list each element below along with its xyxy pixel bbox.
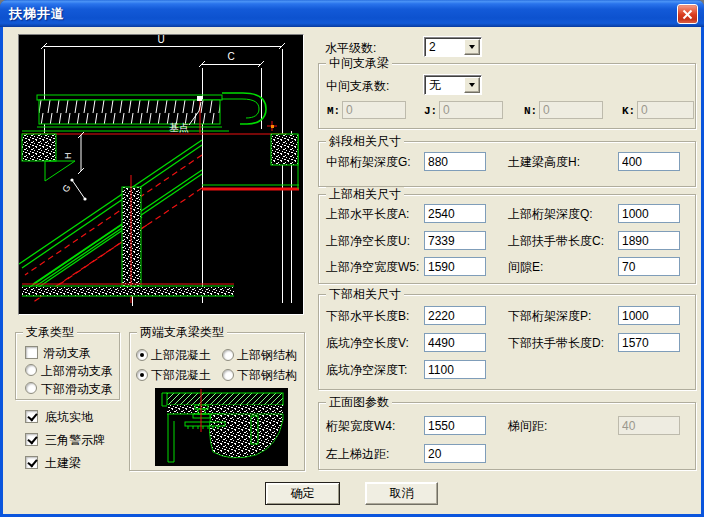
group-front-view-params-title: 正面图参数 [326, 395, 392, 409]
upper-truss-depth-input[interactable] [618, 204, 680, 223]
triangle-warning-checkbox[interactable] [25, 433, 38, 446]
gap-e-label: 间隙E: [508, 260, 543, 275]
pit-clear-length-label: 底坑净空长度V: [326, 336, 409, 351]
upper-horiz-length-label: 上部水平长度A: [326, 207, 409, 222]
cancel-button[interactable]: 取消 [365, 482, 438, 505]
pit-clear-length-input[interactable] [424, 333, 486, 352]
slide-support-checkbox[interactable] [25, 346, 38, 359]
upper-handrail-length-input[interactable] [618, 231, 680, 250]
left-upper-margin-input[interactable] [424, 444, 486, 463]
u-dim-label: U [157, 35, 164, 45]
lower-horiz-length-input[interactable] [424, 306, 486, 325]
upper-truss-depth-label: 上部桁架深度Q: [508, 207, 593, 222]
civil-beam-label: 土建梁 [45, 456, 81, 471]
upper-handrail-length-label: 上部扶手带长度C: [508, 234, 604, 249]
h-dim-label: H [63, 153, 73, 160]
middle-support-count-value: 无 [425, 77, 463, 93]
gap-e-input[interactable] [618, 257, 680, 276]
ok-button[interactable]: 确定 [265, 482, 340, 505]
stair-gap-input[interactable] [618, 416, 680, 435]
upper-clear-width-label: 上部净空宽度W5: [326, 260, 419, 275]
window-title: 扶梯井道 [9, 5, 65, 23]
lower-concrete-label: 下部混凝土 [151, 368, 211, 383]
upper-steel-label: 上部钢结构 [237, 348, 297, 363]
upper-concrete-radio[interactable] [136, 349, 148, 361]
lower-steel-label: 下部钢结构 [237, 368, 297, 383]
lower-slide-support-radio[interactable] [25, 382, 37, 394]
upper-slide-support-radio[interactable] [25, 364, 37, 376]
level-count-label: 水平级数: [325, 41, 376, 56]
lower-slide-support-label: 下部滑动支承 [41, 382, 113, 397]
group-upper-dimensions-title: 上部相关尺寸 [326, 187, 404, 201]
upper-steel-radio[interactable] [222, 349, 234, 361]
escalator-side-view-preview: U C [18, 34, 304, 315]
param-n-label: N: [524, 104, 537, 119]
param-m-label: M: [327, 104, 340, 119]
left-upper-margin-label: 左上梯边距: [326, 447, 389, 462]
beam-section-preview [155, 388, 288, 466]
level-count-value: 2 [425, 39, 463, 55]
civil-beam-checkbox[interactable] [25, 456, 38, 469]
lower-horiz-length-label: 下部水平长度B: [326, 309, 409, 324]
middle-support-dropdown-button[interactable] [464, 77, 480, 93]
pit-solid-label: 底坑实地 [45, 410, 93, 425]
upper-clear-length-label: 上部净空长度U: [326, 234, 410, 249]
mid-truss-depth-input[interactable] [424, 152, 486, 171]
chevron-down-icon [469, 83, 475, 87]
level-count-combo[interactable]: 2 [424, 37, 482, 57]
group-middle-support-beam-title: 中间支承梁 [326, 56, 392, 70]
close-icon [682, 9, 693, 20]
upper-concrete-label: 上部混凝土 [151, 348, 211, 363]
title-bar: 扶梯井道 [0, 0, 704, 27]
lower-steel-radio[interactable] [222, 369, 234, 381]
stair-gap-label: 梯间距: [508, 419, 547, 434]
level-count-dropdown-button[interactable] [464, 39, 480, 55]
lower-handrail-length-label: 下部扶手带长度D: [508, 336, 604, 351]
pit-clear-depth-label: 底坑净空深度T: [326, 363, 407, 378]
slide-support-label: 滑动支承 [43, 346, 91, 361]
param-j-label: J: [424, 104, 437, 119]
civil-beam-height-label: 土建梁高度H: [508, 155, 580, 170]
pit-solid-checkbox[interactable] [25, 410, 38, 423]
group-lower-dimensions-title: 下部相关尺寸 [326, 287, 404, 301]
group-middle-support-beam: 中间支承梁 [318, 63, 696, 129]
base-point-label: 基点 [169, 122, 189, 133]
triangle-warning-label: 三角警示牌 [45, 433, 105, 448]
lower-concrete-radio[interactable] [136, 369, 148, 381]
close-button[interactable] [677, 4, 698, 24]
param-k-input[interactable] [637, 101, 694, 119]
param-j-input[interactable] [439, 101, 503, 119]
escalator-side-view-drawing: U C [19, 35, 303, 314]
upper-clear-length-input[interactable] [424, 231, 486, 250]
param-n-input[interactable] [539, 101, 603, 119]
c-dim-label: C [227, 51, 234, 62]
param-m-input[interactable] [342, 101, 406, 119]
upper-horiz-length-input[interactable] [424, 204, 486, 223]
param-k-label: K: [622, 104, 635, 119]
lower-handrail-length-input[interactable] [618, 333, 680, 352]
mid-truss-depth-label: 中部桁架深度G: [326, 155, 411, 170]
middle-support-count-combo[interactable]: 无 [424, 75, 482, 95]
lower-truss-depth-input[interactable] [618, 306, 680, 325]
lower-truss-depth-label: 下部桁架深度P: [508, 309, 591, 324]
truss-width-input[interactable] [424, 416, 486, 435]
upper-slide-support-label: 上部滑动支承 [41, 364, 113, 379]
pit-clear-depth-input[interactable] [424, 360, 486, 379]
group-slope-dimensions-title: 斜段相关尺寸 [326, 134, 404, 148]
truss-width-label: 桁架宽度W4: [326, 419, 395, 434]
dialog-window: 扶梯井道 [0, 0, 704, 517]
middle-support-count-label: 中间支承数: [326, 79, 389, 94]
group-end-beam-type-title: 两端支承梁类型 [137, 325, 227, 339]
group-support-type-title: 支承类型 [23, 325, 77, 339]
civil-beam-height-input[interactable] [618, 152, 680, 171]
chevron-down-icon [469, 45, 475, 49]
beam-section-drawing [155, 388, 288, 466]
upper-clear-width-input[interactable] [424, 257, 486, 276]
